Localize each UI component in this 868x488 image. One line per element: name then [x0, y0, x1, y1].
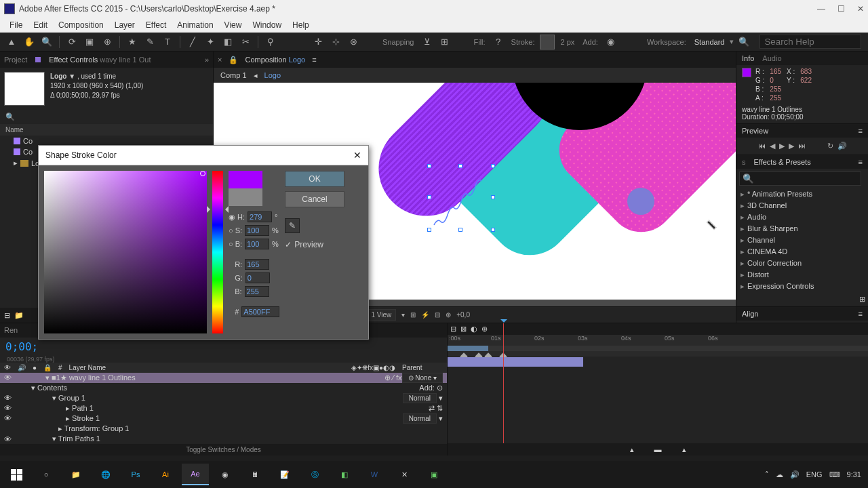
keyboard-icon[interactable]: ⌨: [829, 470, 840, 479]
ep-category[interactable]: ▸Distort: [736, 269, 868, 281]
clock[interactable]: 9:31: [847, 470, 861, 479]
eraser-tool-icon[interactable]: ◧: [220, 35, 235, 49]
menu-effect[interactable]: Effect: [140, 19, 172, 31]
pixel-aspect-icon[interactable]: ⊞: [410, 311, 416, 319]
workspace-dropdown[interactable]: Standard: [692, 38, 728, 46]
work-area-bar[interactable]: [448, 346, 488, 351]
ep-category[interactable]: ▸Color Correction: [736, 258, 868, 269]
new-folder-icon[interactable]: 📁: [14, 311, 24, 320]
name-column-header[interactable]: Name: [0, 124, 213, 136]
b-rgb-input[interactable]: [245, 286, 269, 297]
axis-icon[interactable]: ✛: [311, 35, 326, 49]
menu-window[interactable]: Window: [247, 19, 287, 31]
motion-blur-icon[interactable]: ◐: [471, 325, 477, 333]
comp-thumbnail[interactable]: [4, 72, 45, 106]
ok-button[interactable]: OK: [285, 171, 344, 187]
after-effects-icon[interactable]: Ae: [182, 464, 209, 485]
menu-help[interactable]: Help: [287, 19, 315, 31]
tab-project[interactable]: Project: [4, 56, 27, 64]
b-hsb-input[interactable]: [245, 239, 269, 249]
exposure-value[interactable]: +0,0: [456, 311, 470, 319]
tab-preview[interactable]: Preview: [742, 127, 768, 135]
ep-category[interactable]: ▸Expression Controls: [736, 281, 868, 292]
effects-search-input[interactable]: [739, 171, 861, 186]
snapping-label[interactable]: Snapping: [380, 38, 417, 46]
toggle-switches-button[interactable]: Toggle Switches / Modes: [186, 446, 261, 453]
play-icon[interactable]: ▶: [779, 142, 785, 150]
roto-tool-icon[interactable]: ✂: [238, 35, 253, 49]
views-dropdown[interactable]: 1 View: [366, 309, 396, 321]
zoom-slider[interactable]: ▬: [654, 445, 662, 453]
rotate-tool-icon[interactable]: ⟳: [64, 35, 79, 49]
app-icon[interactable]: ✕: [391, 464, 418, 485]
breadcrumb-logo[interactable]: Logo: [264, 71, 281, 79]
panel-menu-icon[interactable]: ≡: [312, 56, 316, 64]
ep-category[interactable]: ▸CINEMA 4D: [736, 246, 868, 258]
tab-info[interactable]: Info: [742, 54, 754, 62]
layer-stroke[interactable]: 👁▸ Stroke 1Normal ▾: [0, 413, 447, 424]
mute-icon[interactable]: 🔊: [837, 142, 847, 150]
menu-layer[interactable]: Layer: [109, 19, 140, 31]
fast-preview-icon[interactable]: ⚡: [421, 311, 429, 319]
stroke-swatch[interactable]: [540, 35, 555, 49]
pen-tool-icon[interactable]: ✎: [142, 35, 157, 49]
brain-icon[interactable]: ⊛: [481, 325, 488, 333]
layer-transform[interactable]: ▸ Transform: Group 1: [0, 424, 447, 434]
hand-tool-icon[interactable]: ✋: [22, 35, 37, 49]
dialog-close-icon[interactable]: ✕: [353, 150, 361, 161]
calc-icon[interactable]: 🖩: [241, 464, 269, 485]
snap-icon[interactable]: ⊻: [420, 35, 435, 49]
app-icon[interactable]: ◉: [212, 464, 239, 485]
language-indicator[interactable]: ENG: [806, 470, 823, 479]
panel-menu-icon[interactable]: ≡: [859, 310, 863, 318]
timeline-tracks[interactable]: ⊟ ⊠ ◐ ⊛ :00s 01s 02s 03s 04s 05s 06s ▴ ▬…: [448, 323, 868, 455]
fill-swatch[interactable]: ?: [491, 35, 506, 49]
h-input[interactable]: [248, 211, 272, 222]
menu-edit[interactable]: Edit: [28, 19, 53, 31]
zoom-tool-icon[interactable]: 🔍: [39, 35, 54, 49]
skype-icon[interactable]: Ⓢ: [301, 464, 328, 485]
color-field[interactable]: [44, 171, 207, 333]
flowchart-icon[interactable]: ⊕: [446, 311, 451, 319]
file-explorer-icon[interactable]: 📁: [62, 464, 90, 485]
chrome-icon[interactable]: 🌐: [92, 464, 119, 485]
close-tab-icon[interactable]: ×: [218, 56, 222, 64]
ep-category[interactable]: ▸Audio: [736, 211, 868, 223]
breadcrumb-comp1[interactable]: Comp 1: [220, 71, 247, 79]
stroke-width[interactable]: 2 px: [557, 38, 577, 46]
selected-shape[interactable]: [427, 164, 495, 232]
zoom-out-icon[interactable]: ▴: [630, 445, 634, 454]
timeline-icon[interactable]: ⊟: [435, 311, 440, 319]
search-icon[interactable]: 🔍: [5, 113, 15, 121]
preview-checkbox[interactable]: ✓: [285, 240, 292, 249]
app-icon[interactable]: ▣: [420, 464, 448, 485]
snap2-icon[interactable]: ⊞: [437, 35, 452, 49]
axis3-icon[interactable]: ⊗: [346, 35, 361, 49]
tab-effect-controls[interactable]: Effect Controls wavy line 1 Out: [49, 56, 151, 64]
tray-chevron-icon[interactable]: ˄: [765, 470, 769, 479]
prev-frame-icon[interactable]: ◀: [770, 142, 775, 150]
old-color-swatch[interactable]: [229, 188, 262, 206]
snap-icon[interactable]: ⊠: [460, 325, 467, 333]
layer-path[interactable]: 👁▸ Path 1⇄ ⇅: [0, 403, 447, 413]
graph-editor-icon[interactable]: ⊟: [450, 325, 456, 333]
g-input[interactable]: [245, 272, 270, 283]
last-frame-icon[interactable]: ⏭: [798, 142, 806, 150]
puppet-tool-icon[interactable]: ⚲: [263, 35, 278, 49]
axis2-icon[interactable]: ⊹: [328, 35, 343, 49]
layer-trim-paths[interactable]: 👁▾ Trim Paths 1: [0, 434, 447, 444]
clone-tool-icon[interactable]: ✦: [203, 35, 218, 49]
eyedropper-icon[interactable]: ✎: [285, 218, 300, 233]
ep-category[interactable]: ▸* Animation Presets: [736, 188, 868, 200]
hex-input[interactable]: [241, 306, 279, 317]
tab-align[interactable]: Align: [742, 310, 758, 318]
current-timecode[interactable]: 0;00;: [0, 338, 43, 356]
shape-tool-icon[interactable]: ★: [125, 35, 140, 49]
cortana-icon[interactable]: ○: [33, 464, 60, 485]
tab-effects-presets[interactable]: Effects & Presets: [754, 158, 811, 166]
onedrive-icon[interactable]: ☁: [776, 470, 783, 479]
parent-dropdown[interactable]: ⊙ None ▾: [402, 373, 443, 383]
menu-file[interactable]: File: [4, 19, 28, 31]
time-ruler[interactable]: :00s 01s 02s 03s 04s 05s 06s: [448, 335, 868, 346]
s-input[interactable]: [245, 225, 269, 236]
